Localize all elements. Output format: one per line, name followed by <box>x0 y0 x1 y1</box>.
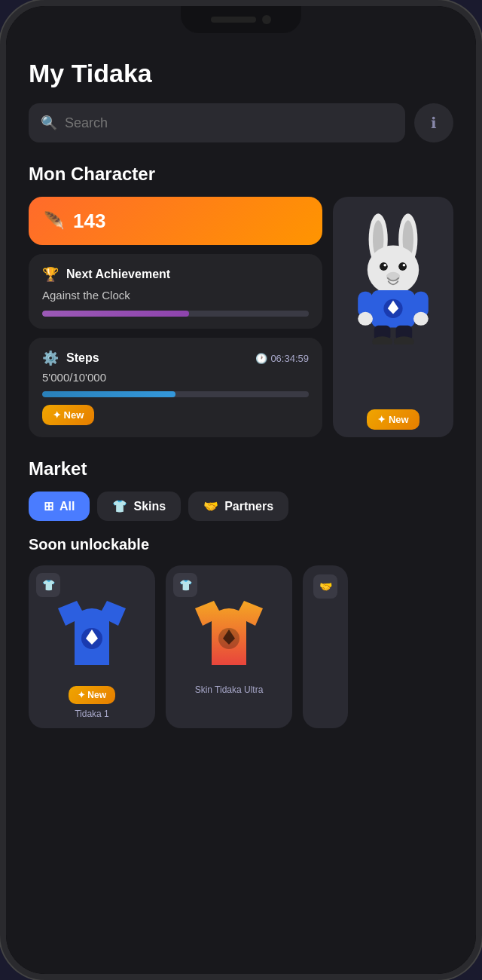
item-image-1 <box>47 590 137 680</box>
shirt-icon: 👕 <box>112 499 127 513</box>
steps-icon: ⚙️ <box>42 350 59 366</box>
item-name-1: Tidaka 1 <box>75 709 109 719</box>
grid-icon: ⊞ <box>44 499 53 513</box>
steps-progress-fill <box>42 391 175 397</box>
item-card-2[interactable]: 👕 <box>166 565 292 728</box>
page-title: My Tidaka <box>29 59 453 88</box>
achievement-header: 🏆 Next Achievement <box>42 266 309 283</box>
achievement-subtitle: Against the Clock <box>42 289 309 302</box>
filter-partners-button[interactable]: 🤝 Partners <box>188 492 288 521</box>
filter-skins-label: Skins <box>133 500 166 513</box>
svg-point-15 <box>413 312 429 326</box>
svg-point-14 <box>358 312 373 326</box>
speaker <box>211 17 256 23</box>
search-icon: 🔍 <box>41 115 57 131</box>
item-name-2: Skin Tidaka Ultra <box>195 684 264 695</box>
screen: My Tidaka 🔍 ℹ Mon Character 🪶 143 � <box>6 6 476 974</box>
svg-point-9 <box>386 272 400 282</box>
svg-point-8 <box>403 264 406 267</box>
achievement-card[interactable]: 🏆 Next Achievement Against the Clock <box>29 254 322 329</box>
handshake-icon: 🤝 <box>203 499 218 513</box>
svg-point-5 <box>380 262 388 271</box>
steps-timer-value: 06:34:59 <box>270 353 309 364</box>
search-row: 🔍 ℹ <box>29 103 453 142</box>
item-type-badge-1: 👕 <box>36 573 60 597</box>
character-avatar <box>348 209 438 345</box>
soon-section: Soon unlockable 👕 ✦ New Tidaka 1 <box>29 536 453 728</box>
clock-icon: 🕐 <box>255 353 267 364</box>
achievement-progress-fill <box>42 311 189 317</box>
item-card-1[interactable]: 👕 ✦ New Tidaka 1 <box>29 565 155 728</box>
search-input[interactable] <box>65 115 393 131</box>
phone-frame: My Tidaka 🔍 ℹ Mon Character 🪶 143 � <box>0 0 482 980</box>
character-section: Mon Character 🪶 143 🏆 Next Achievement <box>29 164 453 437</box>
shirt-blue-svg <box>50 597 133 672</box>
info-button[interactable]: ℹ <box>414 103 453 142</box>
character-grid: 🪶 143 🏆 Next Achievement Against the Clo… <box>29 197 453 437</box>
item-type-badge-2: 👕 <box>173 573 197 597</box>
steps-left: ⚙️ Steps <box>42 350 99 366</box>
score-value: 143 <box>73 210 105 233</box>
camera <box>262 15 271 24</box>
soon-title: Soon unlockable <box>29 536 453 553</box>
market-filters: ⊞ All 👕 Skins 🤝 Partners <box>29 492 453 521</box>
svg-point-4 <box>368 246 419 295</box>
achievement-progress-bg <box>42 311 309 317</box>
filter-partners-label: Partners <box>224 500 273 513</box>
shirt-orange-svg <box>188 597 270 672</box>
score-icon: 🪶 <box>44 211 64 231</box>
steps-progress-bg <box>42 391 309 397</box>
partial-type-icon: 🤝 <box>313 574 337 599</box>
steps-timer: 🕐 06:34:59 <box>255 353 309 364</box>
filter-all-button[interactable]: ⊞ All <box>29 492 90 521</box>
steps-new-badge: ✦ New <box>42 405 94 425</box>
item-image-2 <box>184 590 274 680</box>
filter-all-label: All <box>59 500 75 513</box>
steps-count: 5'000/10'000 <box>42 371 309 384</box>
svg-point-7 <box>383 264 386 267</box>
item-new-badge-1: ✦ New <box>69 686 115 704</box>
steps-label: Steps <box>66 351 99 365</box>
achievement-title: Next Achievement <box>66 268 170 281</box>
filter-skins-button[interactable]: 👕 Skins <box>97 492 181 521</box>
market-section: Market ⊞ All 👕 Skins 🤝 Partners Soon unl… <box>29 458 453 728</box>
svg-point-6 <box>398 262 407 271</box>
steps-header: ⚙️ Steps 🕐 06:34:59 <box>42 350 309 366</box>
item-card-partial: 🤝 <box>303 565 348 728</box>
search-bar: 🔍 <box>29 103 405 142</box>
score-card: 🪶 143 <box>29 197 322 245</box>
avatar-new-badge: ✦ New <box>367 409 419 430</box>
avatar-svg <box>348 209 438 345</box>
steps-card[interactable]: ⚙️ Steps 🕐 06:34:59 5'000/10'000 <box>29 338 322 437</box>
character-avatar-card[interactable]: ✦ New <box>333 197 453 437</box>
phone-notch <box>181 6 301 33</box>
trophy-icon: 🏆 <box>42 266 59 283</box>
character-right-panel: ✦ New <box>333 197 453 437</box>
market-section-title: Market <box>29 458 453 479</box>
items-row: 👕 ✦ New Tidaka 1 👕 <box>29 565 453 728</box>
character-section-title: Mon Character <box>29 164 453 185</box>
character-left-panel: 🪶 143 🏆 Next Achievement Against the Clo… <box>29 197 322 437</box>
